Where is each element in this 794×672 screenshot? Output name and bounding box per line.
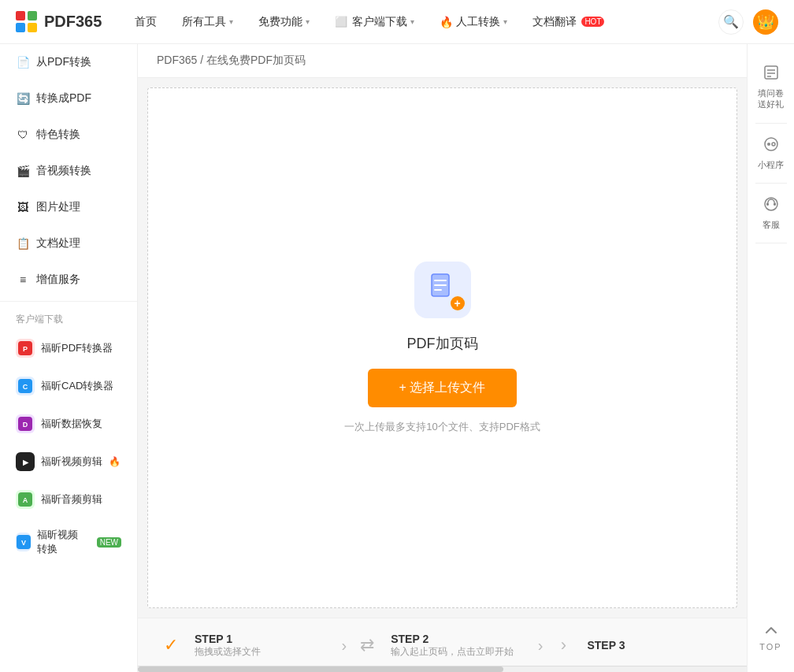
steps-bar: ✓ STEP 1 拖拽或选择文件 › ⇄ STEP 2 输入起止页码，点击立即开… <box>138 618 747 672</box>
step3-content: STEP 3 <box>587 639 625 652</box>
data-recovery-icon: D <box>16 414 35 433</box>
svg-text:D: D <box>23 421 28 429</box>
from-pdf-icon: 📄 <box>16 55 30 69</box>
service-icon <box>763 196 779 216</box>
video-edit-icon: ▶ <box>16 452 35 471</box>
sidebar-item-data-recovery[interactable]: D 福昕数据恢复 <box>0 405 137 443</box>
doc-icon: 📋 <box>16 236 30 251</box>
svg-text:V: V <box>21 539 26 547</box>
header-right: 🔍 👑 <box>718 9 778 35</box>
cad-converter-icon: C <box>16 377 35 395</box>
upload-icon-wrapper: + <box>414 262 471 318</box>
sidebar-item-vip[interactable]: ≡ 增值服务 <box>0 262 137 298</box>
vip-icon: ≡ <box>16 273 30 287</box>
step-arrow-1: › <box>342 637 347 655</box>
upload-button[interactable]: + 选择上传文件 <box>368 369 518 407</box>
flame-icon: 🔥 <box>440 16 453 28</box>
nav-free-features[interactable]: 免费功能 ▾ <box>249 10 319 34</box>
fire-badge: 🔥 <box>109 456 121 467</box>
survey-label: 填问卷送好礼 <box>758 87 784 110</box>
sidebar-divider <box>0 301 137 302</box>
nav-all-tools[interactable]: 所有工具 ▾ <box>173 10 243 34</box>
step1-desc: 拖拽或选择文件 <box>195 645 261 659</box>
top-arrow-icon <box>764 623 778 640</box>
step-arrow-2: › <box>538 637 544 655</box>
right-panel: 填问卷送好礼 小程序 客服 TOP <box>747 44 794 672</box>
sidebar-item-video-edit[interactable]: ▶ 福昕视频剪辑 🔥 <box>0 443 137 481</box>
sidebar-item-doc[interactable]: 📋 文档处理 <box>0 225 137 262</box>
sidebar-item-cad-converter[interactable]: C 福昕CAD转换器 <box>0 367 137 405</box>
sidebar-item-to-pdf[interactable]: 🔄 转换成PDF <box>0 80 137 117</box>
svg-text:C: C <box>23 383 28 391</box>
rp-divider-2 <box>755 183 787 184</box>
rp-service[interactable]: 客服 <box>748 188 794 238</box>
svg-text:▶: ▶ <box>23 459 29 466</box>
rp-survey[interactable]: 填问卷送好礼 <box>748 57 794 118</box>
sidebar-item-image[interactable]: 🖼 图片处理 <box>0 189 137 225</box>
svg-text:P: P <box>23 345 28 353</box>
main-layout: 📄 从PDF转换 🔄 转换成PDF 🛡 特色转换 🎬 音视频转换 🖼 图片处理 … <box>0 44 794 672</box>
sidebar-item-av-convert[interactable]: 🎬 音视频转换 <box>0 153 137 189</box>
svg-point-22 <box>767 143 770 146</box>
upload-hint: 一次上传最多支持10个文件、支持PDF格式 <box>344 420 540 434</box>
nav-client-download[interactable]: ⬜ 客户端下载 ▾ <box>325 10 424 34</box>
logo-text: PDF365 <box>44 13 102 31</box>
video-convert-icon: V <box>16 533 31 551</box>
header: PDF365 首页 所有工具 ▾ 免费功能 ▾ ⬜ 客户端下载 ▾ 🔥 人工转换… <box>0 0 794 44</box>
search-button[interactable]: 🔍 <box>718 9 744 35</box>
step3-icon: › <box>549 631 577 659</box>
nav-human-convert[interactable]: 🔥 人工转换 ▾ <box>430 10 517 34</box>
upload-area[interactable]: + PDF加页码 + 选择上传文件 一次上传最多支持10个文件、支持PDF格式 <box>147 87 737 608</box>
step2-arrow-icon: ⇄ <box>353 631 381 659</box>
chevron-icon: ▾ <box>306 17 310 26</box>
sidebar-item-audio-edit[interactable]: A 福昕音频剪辑 <box>0 481 137 518</box>
chevron-icon: ▾ <box>229 17 233 26</box>
chevron-icon: ▾ <box>410 17 414 26</box>
step2-label: STEP 2 <box>391 633 514 645</box>
logo-icon <box>16 11 38 33</box>
step-1: ✓ STEP 1 拖拽或选择文件 <box>157 631 336 659</box>
svg-text:A: A <box>23 496 28 504</box>
top-button[interactable]: TOP <box>748 615 794 659</box>
chevron-icon: ▾ <box>503 17 507 26</box>
scrollbar-thumb <box>138 666 503 672</box>
user-avatar[interactable]: 👑 <box>753 9 778 35</box>
step2-content: STEP 2 输入起止页码，点击立即开始 <box>391 633 514 659</box>
step1-content: STEP 1 拖拽或选择文件 <box>195 633 261 659</box>
survey-icon <box>763 65 779 84</box>
svg-point-23 <box>772 143 775 146</box>
audio-edit-icon: A <box>16 490 35 509</box>
upload-title: PDF加页码 <box>407 334 478 353</box>
step1-label: STEP 1 <box>195 633 261 645</box>
svg-rect-24 <box>766 202 769 206</box>
sidebar: 📄 从PDF转换 🔄 转换成PDF 🛡 特色转换 🎬 音视频转换 🖼 图片处理 … <box>0 44 138 672</box>
rp-divider-3 <box>755 243 787 243</box>
step2-desc: 输入起止页码，点击立即开始 <box>391 645 514 659</box>
sidebar-section-title: 客户端下载 <box>0 305 137 329</box>
nav-home[interactable]: 首页 <box>125 10 166 34</box>
download-icon: ⬜ <box>335 16 347 28</box>
breadcrumb: PDF365 / 在线免费PDF加页码 <box>138 44 747 78</box>
new-badge: NEW <box>97 537 121 548</box>
rp-divider-1 <box>755 123 787 124</box>
horizontal-scrollbar[interactable] <box>138 666 747 672</box>
logo[interactable]: PDF365 <box>16 11 102 33</box>
av-icon: 🎬 <box>16 164 30 178</box>
main-content: PDF365 / 在线免费PDF加页码 + PDF加页码 + 选择上传文件 一次… <box>138 44 747 672</box>
step1-check-icon: ✓ <box>157 631 185 659</box>
step3-label: STEP 3 <box>587 639 625 652</box>
sidebar-item-pdf-converter[interactable]: P 福昕PDF转换器 <box>0 329 137 367</box>
top-label: TOP <box>759 642 781 652</box>
miniprogram-icon <box>763 136 779 156</box>
step-3: › STEP 3 <box>549 631 728 659</box>
hot-badge: HOT <box>581 17 604 27</box>
service-label: 客服 <box>762 219 780 230</box>
sidebar-item-from-pdf[interactable]: 📄 从PDF转换 <box>0 44 137 80</box>
sidebar-item-video-convert[interactable]: V 福昕视频转换 NEW <box>0 518 137 566</box>
nav-doc-translate[interactable]: 文档翻译 HOT <box>523 10 614 34</box>
pdf-converter-icon: P <box>16 339 35 358</box>
sidebar-item-special-convert[interactable]: 🛡 特色转换 <box>0 117 137 153</box>
special-icon: 🛡 <box>16 128 30 142</box>
image-icon: 🖼 <box>16 200 30 214</box>
rp-miniprogram[interactable]: 小程序 <box>748 128 794 178</box>
